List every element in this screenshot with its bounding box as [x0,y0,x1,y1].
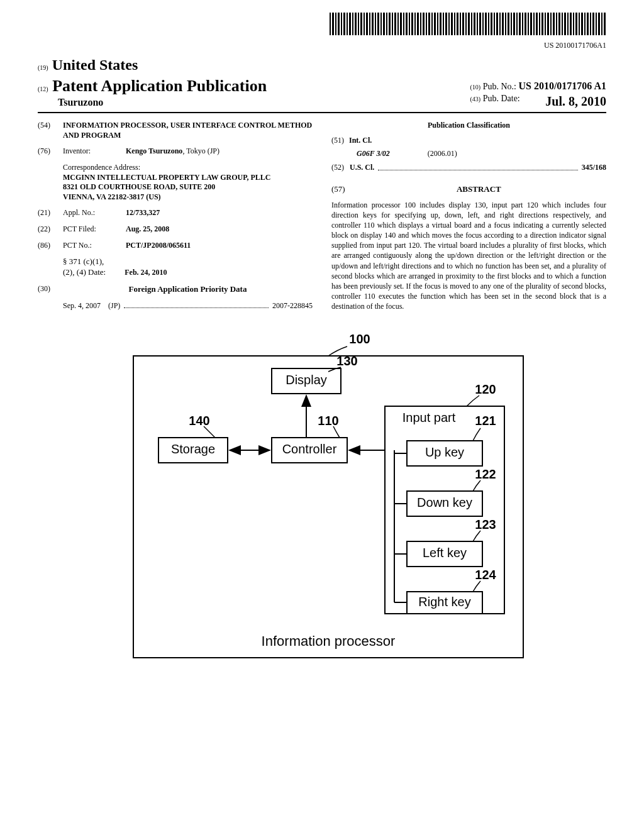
ref-121: 121 [475,414,496,428]
uscl-left: (52) U.S. Cl. [331,163,374,173]
ref-122: 122 [475,467,496,481]
corr-addr2: VIENNA, VA 22182-3817 (US) [63,192,313,202]
correspondence-address: Correspondence Address: MCGINN INTELLECT… [63,163,313,202]
bibliographic-data: (54) INFORMATION PROCESSOR, USER INTERFA… [38,121,606,311]
intcl-date: (2006.01) [428,149,457,159]
classification-block: (51) Int. Cl. G06F 3/02 (2006.01) (52) U… [331,136,606,173]
authors: Tsuruzono [58,96,267,109]
pct-filed-label: PCT Filed: [63,224,119,235]
foreign-priority-row: Sep. 4, 2007 (JP) 2007-228845 [63,301,313,311]
invention-title: INFORMATION PROCESSOR, USER INTERFACE CO… [63,121,313,140]
pub-type-text: Patent Application Publication [52,77,267,95]
corr-addr1: 8321 OLD COURTHOUSE ROAD, SUITE 200 [63,182,313,192]
foreign-country: (JP) [108,301,120,311]
inventor-location: , Tokyo (JP) [182,147,219,155]
intcl-row: (51) Int. Cl. [331,136,606,146]
foreign-date: Sep. 4, 2007 [63,301,101,311]
country-inid: (19) [38,64,48,71]
appl-no-field: (21) Appl. No.: 12/733,327 [38,208,313,218]
ref-130: 130 [336,354,357,368]
dotted-leader [124,299,269,309]
ref-140: 140 [189,414,209,428]
fig-storage: Storage [171,442,215,456]
abstract-code: (57) [331,184,345,200]
inventor-code: (76) [38,147,57,157]
s371-field: § 371 (c)(1), (2), (4) Date: Feb. 24, 20… [63,257,313,278]
fig-controller: Controller [282,442,337,456]
pub-no-inid: (10) [470,84,480,91]
uscl-label: U.S. Cl. [350,163,374,172]
intcl-label: Int. Cl. [349,136,372,146]
classification-header: Publication Classification [331,121,606,131]
foreign-header: Foreign Application Priority Data [63,284,313,295]
inventor-field: (76) Inventor: Kengo Tsuruzono, Tokyo (J… [38,147,313,157]
fig-input-part: Input part [402,411,456,424]
foreign-code: (30) [38,284,57,295]
right-column: Publication Classification (51) Int. Cl.… [331,121,606,311]
foreign-priority-header-row: (30) Foreign Application Priority Data [38,284,313,295]
left-column: (54) INFORMATION PROCESSOR, USER INTERFA… [38,121,313,311]
inventor-label: Inventor: [63,147,119,157]
intcl-class: G06F 3/02 [357,149,390,159]
abstract-text: Information processor 100 includes displ… [331,200,606,312]
ref-123: 123 [475,517,496,531]
ref-110: 110 [318,414,338,428]
pct-filed-field: (22) PCT Filed: Aug. 25, 2008 [38,224,313,235]
document-header: (19) United States (12) Patent Applicati… [38,55,606,113]
figure-svg: Information processor 100 Display 130 Co… [96,331,548,670]
intcl-value-row: G06F 3/02 (2006.01) [331,149,606,159]
uscl-code: (52) [331,163,344,172]
foreign-number: 2007-228845 [272,301,313,311]
uscl-dotted [378,160,577,170]
appl-no-label: Appl. No.: [63,208,119,218]
pub-no-line: (10) Pub. No.: US 2010/0171706 A1 [470,80,606,93]
barcode-graphic [330,13,606,35]
pub-date-line: (43) Pub. Date: Jul. 8, 2010 [470,93,606,109]
pub-no-label: Pub. No.: [483,82,516,91]
fig-caption: Information processor [262,633,396,648]
s371-labels: § 371 (c)(1), (2), (4) Date: [63,257,106,278]
pub-date-inid: (43) [470,96,480,102]
fig-up-key: Up key [425,445,464,459]
abstract-header: ABSTRACT [352,184,606,195]
pct-no-label: PCT No.: [63,241,119,251]
abstract-header-row: (57) ABSTRACT [331,184,606,200]
pct-no-code: (86) [38,241,57,251]
pub-date-value: Jul. 8, 2010 [545,93,606,109]
barcode-number: US 20100171706A1 [38,41,606,51]
pub-no-value: US 2010/0171706 A1 [518,80,606,91]
pub-date-label: Pub. Date: [483,94,520,103]
header-right: (10) Pub. No.: US 2010/0171706 A1 (43) P… [470,80,606,109]
appl-no-code: (21) [38,208,57,218]
fig-right-key: Right key [418,595,470,609]
fig-left-key: Left key [423,546,467,560]
fig-display: Display [286,373,327,387]
inventor-name: Kengo Tsuruzono [126,147,182,155]
title-field: (54) INFORMATION PROCESSOR, USER INTERFA… [38,121,313,140]
pub-type-inid: (12) [38,86,48,92]
pub-type-line: (12) Patent Application Publication [38,75,267,97]
ref-100: 100 [349,332,370,346]
appl-no-value: 12/733,327 [126,208,160,218]
corr-name: MCGINN INTELLECTUAL PROPERTY LAW GROUP, … [63,173,313,183]
uscl-class: 345/168 [582,163,606,173]
ref-124: 124 [475,568,496,582]
inventor-value: Kengo Tsuruzono, Tokyo (JP) [126,147,219,157]
s371-label2: (2), (4) Date: [63,267,106,278]
s371-date: Feb. 24, 2010 [125,268,167,278]
title-code: (54) [38,121,57,140]
corr-label: Correspondence Address: [63,163,313,173]
country-name: United States [52,57,138,73]
ref-120: 120 [475,382,496,396]
header-left: (19) United States (12) Patent Applicati… [38,55,267,109]
figure-1: Information processor 100 Display 130 Co… [38,331,606,673]
pct-no-field: (86) PCT No.: PCT/JP2008/065611 [38,241,313,251]
s371-label1: § 371 (c)(1), [63,257,106,267]
pct-filed-code: (22) [38,224,57,235]
barcode-area [38,13,606,38]
pct-no-value: PCT/JP2008/065611 [126,241,191,251]
pct-filed-value: Aug. 25, 2008 [126,224,169,235]
intcl-code: (51) [331,136,344,146]
uscl-row: (52) U.S. Cl. 345/168 [331,163,606,173]
country-line: (19) United States [38,55,267,75]
